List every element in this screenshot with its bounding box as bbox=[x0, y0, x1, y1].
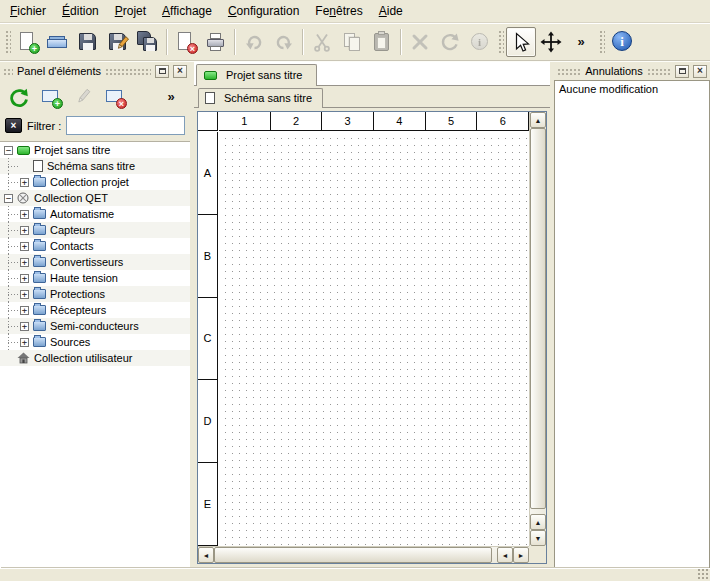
menubar: FichierÉditionProjetAffichageConfigurati… bbox=[0, 0, 710, 23]
toolbar-handle[interactable] bbox=[598, 29, 605, 55]
new-element-button[interactable]: + bbox=[36, 82, 66, 112]
scroll-down-button[interactable]: ▼ bbox=[530, 530, 546, 546]
tree-item-recepteurs[interactable]: +Récepteurs bbox=[0, 302, 190, 318]
tree-item-label: Récepteurs bbox=[50, 304, 106, 316]
print-button[interactable] bbox=[201, 27, 231, 57]
menu-edition[interactable]: Édition bbox=[54, 0, 107, 22]
pan-mode-button[interactable] bbox=[536, 27, 566, 57]
collapse-toggle[interactable]: − bbox=[4, 146, 13, 155]
folder-icon bbox=[33, 337, 46, 347]
tree-item-automatisme[interactable]: +Automatisme bbox=[0, 206, 190, 222]
save-all-button[interactable] bbox=[133, 27, 163, 57]
toolbar-handle[interactable] bbox=[4, 29, 11, 55]
menu-fichier[interactable]: Fichier bbox=[2, 0, 54, 22]
tab-schema[interactable]: Schéma sans titre bbox=[198, 88, 323, 107]
expand-toggle[interactable]: + bbox=[20, 178, 29, 187]
info-icon: i bbox=[468, 30, 492, 54]
tree-item-contacts[interactable]: +Contacts bbox=[0, 238, 190, 254]
vertical-scrollbar[interactable]: ▲ ▲ ▼ bbox=[529, 112, 546, 546]
print-icon bbox=[204, 30, 228, 54]
dock-float-button[interactable] bbox=[675, 65, 689, 78]
tree-item-projet-sans-titre[interactable]: −Projet sans titre bbox=[0, 142, 190, 158]
dock-handle[interactable] bbox=[557, 68, 581, 75]
edit-element-button[interactable] bbox=[68, 82, 98, 112]
delete-button[interactable] bbox=[405, 27, 435, 57]
panel-overflow-button[interactable]: » bbox=[156, 82, 186, 112]
menu-affichage[interactable]: Affichage bbox=[154, 0, 220, 22]
row-header-a: A bbox=[198, 132, 218, 215]
open-project-button[interactable] bbox=[43, 27, 73, 57]
clear-filter-button[interactable] bbox=[5, 118, 22, 133]
filter-input[interactable] bbox=[66, 116, 185, 135]
horizontal-scroll-thumb[interactable] bbox=[214, 547, 492, 563]
cut-icon bbox=[310, 30, 334, 54]
scroll-left-button[interactable]: ◄ bbox=[198, 547, 214, 563]
expand-toggle[interactable]: + bbox=[20, 322, 29, 331]
scroll-up-button-secondary[interactable]: ▲ bbox=[530, 514, 546, 530]
menu-aide[interactable]: Aide bbox=[371, 0, 411, 22]
select-mode-button[interactable] bbox=[506, 27, 536, 57]
undo-button[interactable] bbox=[239, 27, 269, 57]
home-icon bbox=[17, 352, 30, 364]
cut-button[interactable] bbox=[307, 27, 337, 57]
expand-toggle[interactable]: + bbox=[20, 242, 29, 251]
diagram-canvas[interactable]: 123456 ABCDE bbox=[198, 112, 529, 546]
tree-item-label: Capteurs bbox=[50, 224, 95, 236]
dock-float-button[interactable] bbox=[155, 65, 169, 78]
vertical-scroll-thumb[interactable] bbox=[530, 128, 546, 509]
dock-handle[interactable] bbox=[3, 68, 13, 75]
copy-button[interactable] bbox=[337, 27, 367, 57]
close-file-button[interactable]: × bbox=[171, 27, 201, 57]
tree-item-capteurs[interactable]: +Capteurs bbox=[0, 222, 190, 238]
tree-item-sources[interactable]: +Sources bbox=[0, 334, 190, 350]
save-icon bbox=[76, 30, 100, 54]
dock-handle[interactable] bbox=[647, 68, 671, 75]
toolbar-handle[interactable] bbox=[497, 29, 504, 55]
application-window: FichierÉditionProjetAffichageConfigurati… bbox=[0, 0, 710, 581]
menu-configuration[interactable]: Configuration bbox=[220, 0, 307, 22]
save-button[interactable] bbox=[73, 27, 103, 57]
paste-button[interactable] bbox=[367, 27, 397, 57]
collapse-toggle[interactable]: − bbox=[4, 194, 13, 203]
close-file-icon: × bbox=[174, 30, 198, 54]
dock-handle[interactable] bbox=[105, 68, 151, 75]
tree-item-collection-qet[interactable]: −Collection QET bbox=[0, 190, 190, 206]
menu-fenetres[interactable]: Fenêtres bbox=[307, 0, 370, 22]
scroll-left-button-secondary[interactable]: ◄ bbox=[497, 547, 513, 563]
delete-element-button[interactable]: × bbox=[100, 82, 130, 112]
expand-toggle[interactable]: + bbox=[20, 274, 29, 283]
horizontal-scrollbar[interactable]: ◄ ◄ ► bbox=[198, 546, 529, 563]
expand-toggle[interactable]: + bbox=[20, 258, 29, 267]
tree-item-label: Automatisme bbox=[50, 208, 114, 220]
dock-close-button[interactable] bbox=[173, 65, 187, 78]
expand-toggle[interactable]: + bbox=[20, 210, 29, 219]
expand-toggle[interactable]: + bbox=[20, 338, 29, 347]
tree-item-collection-utilisateur[interactable]: Collection utilisateur bbox=[0, 350, 190, 366]
toolbar-overflow-button[interactable]: » bbox=[566, 27, 596, 57]
new-project-button[interactable]: + bbox=[13, 27, 43, 57]
redo-button[interactable] bbox=[269, 27, 299, 57]
tree-item-collection-projet[interactable]: +Collection projet bbox=[0, 174, 190, 190]
tab-project[interactable]: Projet sans titre bbox=[196, 64, 317, 85]
folder-icon bbox=[33, 177, 46, 187]
scroll-up-button[interactable]: ▲ bbox=[530, 112, 546, 128]
dock-close-button[interactable] bbox=[693, 65, 707, 78]
expand-toggle[interactable]: + bbox=[20, 290, 29, 299]
tree-item-haute-tension[interactable]: +Haute tension bbox=[0, 270, 190, 286]
tree-item-protections[interactable]: +Protections bbox=[0, 286, 190, 302]
expand-toggle[interactable]: + bbox=[20, 306, 29, 315]
sheet-icon bbox=[33, 160, 43, 172]
tree-item-schema-sans-titre[interactable]: Schéma sans titre bbox=[0, 158, 190, 174]
reload-collections-button[interactable] bbox=[4, 82, 34, 112]
rotate-button[interactable] bbox=[435, 27, 465, 57]
menu-projet[interactable]: Projet bbox=[107, 0, 154, 22]
object-info-button[interactable]: i bbox=[465, 27, 495, 57]
about-qet-button[interactable]: i bbox=[607, 27, 637, 57]
resize-grip[interactable] bbox=[697, 568, 709, 580]
scroll-right-button[interactable]: ► bbox=[513, 547, 529, 563]
tree-item-semi-conducteurs[interactable]: +Semi-conducteurs bbox=[0, 318, 190, 334]
expand-toggle[interactable]: + bbox=[20, 226, 29, 235]
undo-list[interactable]: Aucune modification bbox=[554, 80, 710, 568]
tree-item-convertisseurs[interactable]: +Convertisseurs bbox=[0, 254, 190, 270]
save-as-button[interactable] bbox=[103, 27, 133, 57]
